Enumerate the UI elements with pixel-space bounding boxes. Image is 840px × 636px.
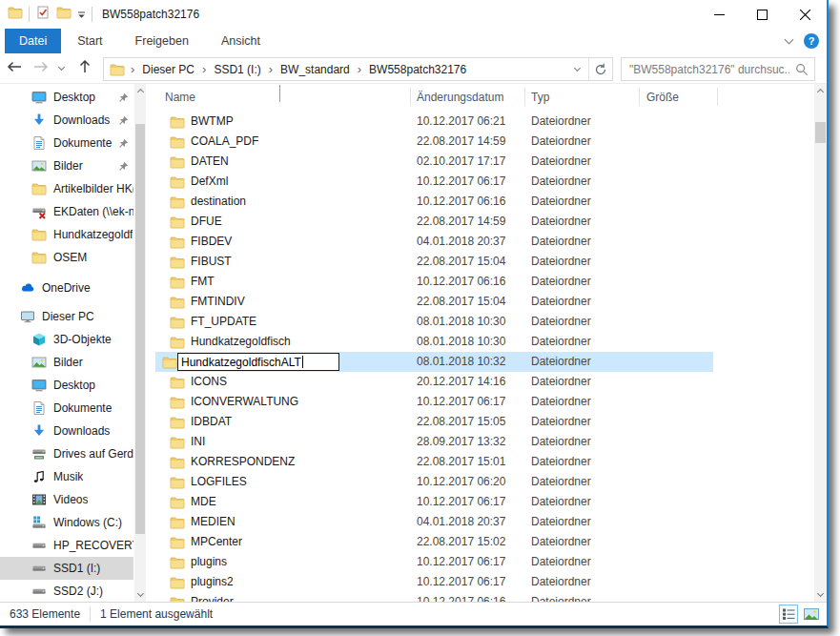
folder-icon: [170, 495, 185, 513]
breadcrumb-bw-standard[interactable]: BW_standard: [275, 63, 356, 76]
file-row-hundkatzegoldfischalt[interactable]: HundkatzegoldfischALT08.01.2018 10:32Dat…: [155, 352, 814, 372]
sidebar-item-hp-recovery[interactable]: HP_RECOVERY (: [0, 534, 133, 557]
search-placeholder: "BW558patch32176" durchsuc...: [622, 63, 789, 76]
file-date: 10.12.2017 06:16: [417, 195, 505, 208]
file-row-defxml[interactable]: DefXml10.12.2017 06:17Dateiordner: [155, 172, 814, 192]
sidebar-item-artikelbilder-hk[interactable]: Artikelbilder HK(: [0, 177, 133, 200]
details-view-button[interactable]: [779, 605, 798, 624]
sidebar-item-dokumente[interactable]: Dokumente: [0, 132, 133, 154]
recent-locations-chevron-icon[interactable]: [58, 64, 65, 71]
file-list-scrollbar-thumb[interactable]: [815, 122, 826, 143]
up-button[interactable]: [77, 59, 92, 78]
breadcrumb-ssd1[interactable]: SSD1 (I:): [208, 63, 266, 76]
file-row-idbdat[interactable]: IDBDAT22.08.2017 15:05Dateiordner: [155, 412, 814, 432]
sidebar-item-downloads[interactable]: Downloads: [0, 109, 133, 132]
help-icon[interactable]: ?: [804, 33, 819, 49]
column-header-type[interactable]: Typ: [531, 91, 549, 104]
file-row-hundkatzegoldfisch[interactable]: Hundkatzegoldfisch08.01.2018 10:30Dateio…: [155, 332, 814, 352]
sidebar-item-ekdaten-ek-n[interactable]: EKDaten (\\ek-n: [0, 200, 133, 223]
file-list-scrollbar[interactable]: [814, 84, 827, 602]
file-row-provider[interactable]: Provider10.12.2017 06:16Dateiordner: [155, 592, 814, 602]
qat-customize-caret-icon[interactable]: [77, 6, 86, 23]
list-scroll-down-icon[interactable]: [814, 588, 827, 602]
breadcrumb: › Dieser PC › SSD1 (I:) › BW_standard › …: [125, 62, 565, 76]
tab-ansicht[interactable]: Ansicht: [205, 29, 277, 53]
sidebar-item-bilder[interactable]: Bilder: [0, 154, 133, 177]
sidebar-item-label: Videos: [53, 493, 88, 506]
sidebar-item-dokumente[interactable]: Dokumente: [0, 397, 133, 420]
sidebar-item-videos[interactable]: Videos: [0, 488, 133, 511]
back-button[interactable]: [6, 59, 23, 78]
file-row-fibust[interactable]: FIBUST22.08.2017 15:04Dateiordner: [155, 252, 814, 272]
sidebar-item-3d-objekte[interactable]: 3D-Objekte: [0, 328, 133, 351]
sidebar-item-label: Downloads: [53, 113, 110, 127]
file-row-korrespondenz[interactable]: KORRESPONDENZ22.08.2017 15:01Dateiordner: [155, 452, 814, 472]
sidebar-item-bilder[interactable]: Bilder: [0, 351, 133, 374]
sidebar-scrollbar-thumb[interactable]: [135, 124, 145, 534]
file-row-ini[interactable]: INI28.09.2017 13:32Dateiordner: [155, 432, 814, 452]
file-row-daten[interactable]: DATEN02.10.2017 17:17Dateiordner: [155, 152, 814, 172]
address-bar[interactable]: › Dieser PC › SSD1 (I:) › BW_standard › …: [103, 57, 613, 81]
tab-datei[interactable]: Datei: [5, 29, 61, 53]
file-date: 10.12.2017 06:17: [417, 495, 505, 508]
sidebar-item-dieser-pc[interactable]: Dieser PC: [0, 305, 133, 328]
file-row-iconverwaltung[interactable]: ICONVERWALTUNG10.12.2017 06:17Dateiordne…: [155, 392, 814, 412]
sidebar-item-onedrive[interactable]: OneDrive: [0, 277, 133, 299]
file-row-fmt[interactable]: FMT10.12.2017 06:16Dateiordner: [155, 272, 814, 292]
file-row-fibdev[interactable]: FIBDEV04.01.2018 20:37Dateiordner: [155, 232, 814, 252]
tab-start[interactable]: Start: [61, 29, 118, 53]
sidebar-scrollbar[interactable]: [134, 84, 146, 602]
rename-input[interactable]: HundkatzegoldfischALT: [177, 353, 339, 371]
qat-properties-icon[interactable]: [35, 5, 51, 24]
sidebar-item-label: Hundkatzegoldf: [53, 228, 133, 241]
search-input[interactable]: "BW558patch32176" durchsuc...: [621, 57, 815, 81]
sidebar-item-osem[interactable]: OSEM: [0, 246, 133, 269]
file-row-bwtmp[interactable]: BWTMP10.12.2017 06:21Dateiordner: [155, 112, 814, 132]
refresh-icon[interactable]: [589, 58, 612, 80]
column-header-size[interactable]: Größe: [646, 91, 679, 104]
file-row-medien[interactable]: MEDIEN04.01.2018 20:37Dateiordner: [155, 512, 814, 532]
file-date: 10.12.2017 06:17: [417, 555, 505, 568]
search-icon[interactable]: [789, 63, 814, 76]
breadcrumb-dieser-pc[interactable]: Dieser PC: [136, 63, 200, 76]
sidebar-item-desktop[interactable]: Desktop: [0, 374, 133, 397]
sidebar-item-hundkatzegoldf[interactable]: Hundkatzegoldf: [0, 223, 133, 246]
file-row-coala-pdf[interactable]: COALA_PDF22.08.2017 14:59Dateiordner: [155, 132, 814, 152]
file-row-plugins2[interactable]: plugins210.12.2017 06:17Dateiordner: [155, 572, 814, 592]
sidebar-item-drives-auf-gerds[interactable]: Drives auf Gerds: [0, 442, 133, 465]
maximize-button[interactable]: [741, 0, 784, 29]
tab-freigeben[interactable]: Freigeben: [119, 29, 205, 53]
address-dropdown-chevron-icon[interactable]: [565, 58, 588, 80]
column-header-name[interactable]: Name: [165, 91, 195, 104]
file-row-ft-update[interactable]: FT_UPDATE08.01.2018 10:30Dateiordner: [155, 312, 814, 332]
file-row-mpcenter[interactable]: MPCenter22.08.2017 15:02Dateiordner: [155, 532, 814, 552]
file-row-plugins[interactable]: plugins10.12.2017 06:17Dateiordner: [155, 552, 814, 572]
minimize-button[interactable]: [698, 0, 741, 29]
qat-new-folder-icon[interactable]: [56, 5, 72, 24]
breadcrumb-separator-icon: ›: [202, 62, 206, 76]
file-name: plugins: [191, 555, 227, 568]
file-type: Dateiordner: [531, 495, 591, 508]
file-row-icons[interactable]: ICONS20.12.2017 14:16Dateiordner: [155, 372, 814, 392]
forward-button[interactable]: [32, 59, 50, 78]
list-scroll-up-icon[interactable]: [814, 84, 827, 97]
sidebar-item-windows-c[interactable]: Windows (C:): [0, 511, 133, 534]
ribbon-expand-chevron-icon[interactable]: [785, 35, 794, 45]
file-row-fmtindiv[interactable]: FMTINDIV22.08.2017 15:04Dateiordner: [155, 292, 814, 312]
column-header-date[interactable]: Änderungsdatum: [417, 91, 503, 104]
file-row-destination[interactable]: destination10.12.2017 06:16Dateiordner: [155, 192, 814, 212]
sidebar-item-ssd2-j[interactable]: SSD2 (J:): [0, 580, 133, 602]
sidebar-item-downloads[interactable]: Downloads: [0, 420, 133, 442]
file-row-dfue[interactable]: DFUE22.08.2017 14:59Dateiordner: [155, 212, 814, 232]
sidebar-scroll-down-icon[interactable]: [134, 588, 146, 602]
sidebar-item-ssd1-i[interactable]: SSD1 (I:): [0, 557, 133, 580]
sidebar-item-desktop[interactable]: Desktop: [0, 86, 133, 109]
file-row-mde[interactable]: MDE10.12.2017 06:17Dateiordner: [155, 492, 814, 512]
sidebar-item-label: Windows (C:): [53, 516, 122, 529]
breadcrumb-current-folder[interactable]: BW558patch32176: [363, 63, 472, 76]
close-button[interactable]: [784, 0, 827, 29]
large-icons-view-button[interactable]: [802, 605, 821, 624]
sidebar-item-musik[interactable]: Musik: [0, 465, 133, 488]
file-row-logfiles[interactable]: LOGFILES10.12.2017 06:20Dateiordner: [155, 472, 814, 492]
sidebar-scroll-up-icon[interactable]: [134, 84, 146, 97]
